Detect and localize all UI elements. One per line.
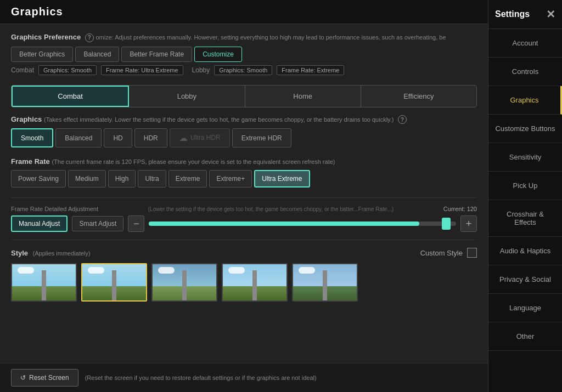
tab-lobby[interactable]: Lobby: [129, 86, 245, 107]
reset-screen-btn[interactable]: ↺ Reset Screen: [11, 369, 78, 387]
manual-adjust-btn[interactable]: Manual Adjust: [11, 215, 68, 232]
slider-track[interactable]: [149, 221, 456, 226]
style-thumb-1[interactable]: [11, 263, 77, 302]
scene-tabs: Combat Lobby Home Efficiency: [11, 85, 477, 107]
frame-rate-title: Frame Rate (The current frame rate is 12…: [11, 157, 477, 166]
cloud-upload-icon: ☁: [179, 133, 188, 143]
hd-btn[interactable]: HD: [104, 128, 132, 147]
graphics-preference-options: Better Graphics Balanced Better Frame Ra…: [11, 47, 477, 62]
adjust-row: Frame Rate Detailed Adjustment (Lower th…: [11, 206, 477, 212]
better-frame-rate-btn[interactable]: Better Frame Rate: [121, 47, 192, 62]
power-saving-btn[interactable]: Power Saving: [11, 170, 66, 188]
current-value: Current: 120: [443, 206, 477, 212]
sidebar-item-sensitivity[interactable]: Sensitivity: [488, 143, 562, 172]
adjust-label: Frame Rate Detailed Adjustment: [11, 206, 98, 212]
graphics-info-row: Combat Graphics: Smooth Frame Rate: Ultr…: [11, 65, 477, 75]
sidebar-item-controls[interactable]: Controls: [488, 58, 562, 86]
smart-adjust-btn[interactable]: Smart Adjust: [72, 216, 123, 231]
style-title: Style (Applies immediately): [11, 248, 91, 258]
slider-row: Manual Adjust Smart Adjust − +: [11, 215, 477, 232]
style-thumb-3[interactable]: [151, 263, 217, 302]
combat-graphics-tag: Graphics: Smooth: [38, 65, 97, 75]
ultra-extreme-btn[interactable]: Ultra Extreme: [254, 170, 310, 188]
custom-style-checkbox[interactable]: [467, 248, 477, 258]
balanced-quality-btn[interactable]: Balanced: [55, 128, 102, 147]
reset-icon: ↺: [20, 374, 26, 382]
frame-rate-options: Power Saving Medium High Ultra Extreme E…: [11, 170, 477, 188]
page-title: Graphics: [11, 5, 477, 18]
slider-increase-btn[interactable]: +: [460, 215, 477, 232]
style-header: Style (Applies immediately) Custom Style: [11, 248, 477, 258]
style-thumb-2[interactable]: [81, 263, 147, 302]
smooth-btn[interactable]: Smooth: [11, 128, 53, 147]
graphics-quality-help-icon[interactable]: ?: [398, 115, 407, 124]
slider-thumb[interactable]: [442, 218, 451, 230]
style-section: Style (Applies immediately) Custom Style: [11, 248, 477, 302]
tab-combat[interactable]: Combat: [12, 86, 129, 107]
graphics-quality-options: Smooth Balanced HD HDR ☁ Ultra HDR Extre…: [11, 128, 477, 147]
style-thumb-5[interactable]: [292, 263, 358, 302]
adjust-hint: (Lower the setting if the device gets to…: [104, 206, 438, 212]
close-button[interactable]: ✕: [546, 8, 555, 21]
lobby-framerate-tag: Frame Rate: Extreme: [277, 65, 344, 75]
bottom-bar: ↺ Reset Screen (Reset the screen if you …: [0, 363, 488, 392]
combat-framerate-tag: Frame Rate: Ultra Extreme: [101, 65, 183, 75]
sidebar-item-privacy[interactable]: Privacy & Social: [488, 265, 562, 294]
extreme-plus-btn[interactable]: Extreme+: [209, 170, 252, 188]
graphics-preference-section: Graphics Preference ? omize: Adjust pref…: [11, 33, 477, 75]
sidebar-item-other[interactable]: Other: [488, 322, 562, 351]
ultra-btn[interactable]: Ultra: [138, 170, 166, 188]
style-thumbnails: [11, 263, 477, 302]
graphics-preference-help-icon[interactable]: ?: [85, 33, 94, 42]
sidebar-item-pick-up[interactable]: Pick Up: [488, 172, 562, 200]
custom-style-label: Custom Style: [420, 249, 463, 257]
sidebar-header: Settings ✕: [488, 0, 562, 29]
main-body: Graphics Preference ? omize: Adjust pref…: [0, 24, 488, 363]
graphics-preference-title: Graphics Preference ? omize: Adjust pref…: [11, 33, 477, 42]
sidebar-title: Settings: [495, 9, 530, 19]
main-panel: Graphics Graphics Preference ? omize: Ad…: [0, 0, 488, 392]
divider: [11, 197, 477, 198]
combat-label: Combat: [11, 66, 34, 74]
ultra-hdr-btn[interactable]: ☁ Ultra HDR: [170, 128, 230, 147]
hdr-btn[interactable]: HDR: [134, 128, 167, 147]
lobby-label: Lobby: [192, 66, 210, 74]
sidebar-item-graphics[interactable]: Graphics: [488, 86, 562, 115]
extreme-btn[interactable]: Extreme: [168, 170, 207, 188]
graphics-quality-title: Graphics (Takes effect immediately. Lowe…: [11, 115, 477, 124]
medium-btn[interactable]: Medium: [68, 170, 106, 188]
slider-decrease-btn[interactable]: −: [128, 215, 144, 232]
custom-style-row: Custom Style: [420, 248, 477, 258]
customize-btn[interactable]: Customize: [194, 47, 242, 62]
frame-rate-section: Frame Rate (The current frame rate is 12…: [11, 157, 477, 188]
tab-efficiency[interactable]: Efficiency: [361, 86, 476, 107]
sidebar-item-language[interactable]: Language: [488, 294, 562, 322]
divider2: [11, 240, 477, 240]
sidebar-item-crosshair[interactable]: Crosshair & Effects: [488, 200, 562, 237]
sidebar-item-audio[interactable]: Audio & Haptics: [488, 237, 562, 265]
sidebar-item-customize-buttons[interactable]: Customize Buttons: [488, 115, 562, 143]
settings-sidebar: Settings ✕ Account Controls Graphics Cus…: [488, 0, 562, 392]
reset-hint: (Reset the screen if you need to restore…: [85, 374, 317, 381]
extreme-hdr-btn[interactable]: Extreme HDR: [232, 128, 291, 147]
frame-rate-adjust-section: Frame Rate Detailed Adjustment (Lower th…: [11, 206, 477, 232]
better-graphics-btn[interactable]: Better Graphics: [11, 47, 73, 62]
balanced-btn[interactable]: Balanced: [75, 47, 119, 62]
sidebar-item-account[interactable]: Account: [488, 29, 562, 58]
lobby-graphics-tag: Graphics: Smooth: [214, 65, 272, 75]
main-header: Graphics: [0, 0, 488, 24]
high-btn[interactable]: High: [108, 170, 136, 188]
tab-home[interactable]: Home: [245, 86, 361, 107]
style-thumb-4[interactable]: [222, 263, 288, 302]
graphics-quality-section: Graphics (Takes effect immediately. Lowe…: [11, 115, 477, 148]
slider-fill: [149, 221, 419, 226]
